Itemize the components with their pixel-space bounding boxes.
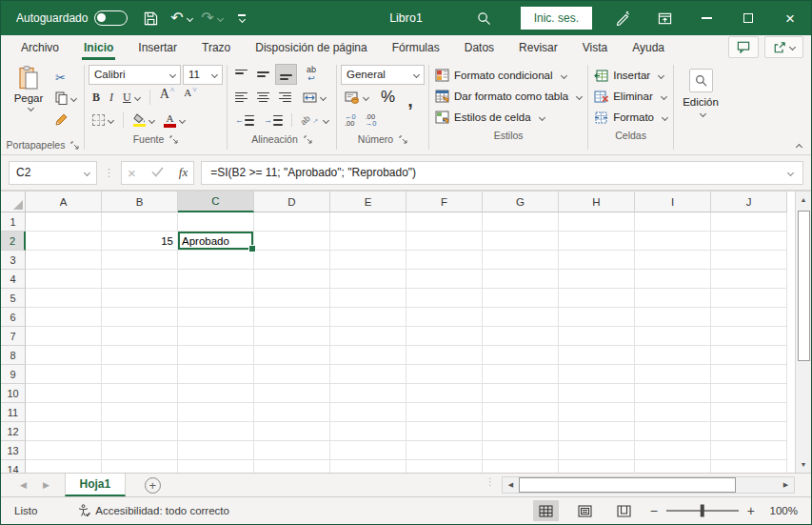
cell-E14[interactable] bbox=[330, 460, 406, 473]
column-header-C[interactable]: C bbox=[178, 192, 254, 212]
font-color-button[interactable]: A bbox=[160, 110, 188, 131]
cell-E8[interactable] bbox=[330, 346, 406, 365]
cell-G12[interactable] bbox=[483, 422, 559, 441]
row-header-4[interactable]: 4 bbox=[1, 270, 26, 289]
accessibility-status[interactable]: Accesibilidad: todo correcto bbox=[77, 504, 229, 517]
cell-H12[interactable] bbox=[559, 422, 635, 441]
cell-B8[interactable] bbox=[102, 346, 178, 365]
cell-A3[interactable] bbox=[26, 251, 102, 270]
cell-F11[interactable] bbox=[406, 403, 483, 422]
cell-E13[interactable] bbox=[330, 441, 406, 460]
row-header-10[interactable]: 10 bbox=[1, 384, 26, 403]
cell-J4[interactable] bbox=[711, 270, 787, 289]
cell-C3[interactable] bbox=[178, 251, 254, 270]
zoom-slider-handle[interactable] bbox=[701, 504, 705, 516]
cell-I8[interactable] bbox=[635, 346, 711, 365]
cell-J7[interactable] bbox=[711, 327, 787, 346]
cell-J11[interactable] bbox=[711, 403, 787, 422]
cell-D3[interactable] bbox=[254, 251, 330, 270]
scroll-left-button[interactable]: ◀ bbox=[503, 477, 519, 494]
cell-F7[interactable] bbox=[406, 327, 483, 346]
cell-I9[interactable] bbox=[635, 365, 711, 384]
cell-A6[interactable] bbox=[26, 308, 102, 327]
column-header-F[interactable]: F bbox=[406, 192, 483, 212]
sheet-tab-hoja1[interactable]: Hoja1 bbox=[65, 474, 126, 496]
vertical-scrollbar[interactable]: ▲ ▼ bbox=[795, 192, 811, 473]
comma-style-button[interactable]: , bbox=[404, 87, 417, 108]
cell-E7[interactable] bbox=[330, 327, 406, 346]
accounting-format-button[interactable] bbox=[341, 87, 372, 108]
cell-G10[interactable] bbox=[483, 384, 559, 403]
cell-A7[interactable] bbox=[26, 327, 102, 346]
decrease-font-button[interactable]: A˅ bbox=[180, 87, 200, 108]
tab-ayuda[interactable]: Ayuda bbox=[620, 36, 677, 60]
cell-B10[interactable] bbox=[102, 384, 178, 403]
cell-B4[interactable] bbox=[102, 270, 178, 289]
cell-G5[interactable] bbox=[483, 289, 559, 308]
cell-H5[interactable] bbox=[559, 289, 635, 308]
cell-B11[interactable] bbox=[102, 403, 178, 422]
tab-insertar[interactable]: Insertar bbox=[126, 36, 189, 60]
underline-button[interactable]: U bbox=[119, 87, 144, 108]
search-button[interactable] bbox=[471, 4, 498, 32]
cell-A2[interactable] bbox=[26, 232, 102, 251]
row-header-6[interactable]: 6 bbox=[1, 308, 26, 327]
autosave-toggle[interactable] bbox=[94, 10, 128, 26]
column-header-E[interactable]: E bbox=[330, 192, 406, 212]
column-header-I[interactable]: I bbox=[635, 192, 711, 212]
cell-C12[interactable] bbox=[178, 422, 254, 441]
cell-F2[interactable] bbox=[406, 232, 483, 251]
align-top-button[interactable] bbox=[231, 64, 251, 85]
increase-font-button[interactable]: A˄ bbox=[156, 87, 179, 108]
cell-F6[interactable] bbox=[406, 308, 483, 327]
cell-D11[interactable] bbox=[254, 403, 330, 422]
font-dialog-launcher[interactable] bbox=[169, 135, 178, 144]
cell-I7[interactable] bbox=[635, 327, 711, 346]
cell-H6[interactable] bbox=[559, 308, 635, 327]
select-all-button[interactable] bbox=[1, 192, 26, 212]
cell-B5[interactable] bbox=[102, 289, 178, 308]
cell-I10[interactable] bbox=[635, 384, 711, 403]
cell-J9[interactable] bbox=[711, 365, 787, 384]
cell-E3[interactable] bbox=[330, 251, 406, 270]
cell-F1[interactable] bbox=[406, 212, 483, 232]
zoom-in-button[interactable]: + bbox=[747, 503, 755, 518]
new-sheet-button[interactable]: + bbox=[145, 477, 161, 494]
paste-button[interactable]: Pegar bbox=[6, 63, 51, 111]
page-break-preview-button[interactable] bbox=[611, 500, 637, 521]
fill-color-button[interactable] bbox=[129, 110, 158, 131]
horizontal-scrollbar[interactable]: ◀ ▶ bbox=[502, 476, 795, 494]
name-box[interactable]: C2 bbox=[9, 161, 97, 185]
cell-I12[interactable] bbox=[635, 422, 711, 441]
cell-C8[interactable] bbox=[178, 346, 254, 365]
cell-F14[interactable] bbox=[406, 460, 483, 473]
cell-B3[interactable] bbox=[102, 251, 178, 270]
cell-C5[interactable] bbox=[178, 289, 254, 308]
previous-sheet-button[interactable]: ◀ bbox=[20, 480, 27, 490]
cell-H13[interactable] bbox=[559, 441, 635, 460]
cell-J6[interactable] bbox=[711, 308, 787, 327]
row-header-9[interactable]: 9 bbox=[1, 365, 26, 384]
row-header-5[interactable]: 5 bbox=[1, 289, 26, 308]
cell-H10[interactable] bbox=[559, 384, 635, 403]
zoom-out-button[interactable]: − bbox=[650, 503, 658, 518]
cell-A12[interactable] bbox=[26, 422, 102, 441]
cell-A1[interactable] bbox=[26, 212, 102, 232]
cell-G3[interactable] bbox=[483, 251, 559, 270]
cell-D10[interactable] bbox=[254, 384, 330, 403]
cell-C13[interactable] bbox=[178, 441, 254, 460]
maximize-button[interactable] bbox=[727, 1, 769, 35]
cell-C10[interactable] bbox=[178, 384, 254, 403]
cell-B7[interactable] bbox=[102, 327, 178, 346]
page-layout-view-button[interactable] bbox=[572, 500, 598, 521]
cell-B1[interactable] bbox=[102, 212, 178, 232]
ribbon-display-options-button[interactable] bbox=[651, 4, 678, 32]
expand-formula-bar-chevron-icon[interactable] bbox=[787, 169, 794, 175]
cell-I4[interactable] bbox=[635, 270, 711, 289]
cell-B14[interactable] bbox=[102, 460, 178, 473]
cell-D1[interactable] bbox=[254, 212, 330, 232]
horizontal-scrollbar-thumb[interactable] bbox=[519, 477, 736, 493]
cell-I5[interactable] bbox=[635, 289, 711, 308]
scroll-right-button[interactable]: ▶ bbox=[778, 477, 794, 494]
cell-A13[interactable] bbox=[26, 441, 102, 460]
